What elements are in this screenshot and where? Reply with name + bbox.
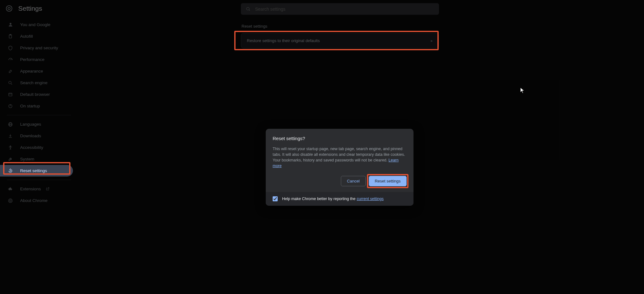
dialog-footer: Help make Chrome better by reporting the… [266,192,414,206]
search-settings-input[interactable] [255,7,434,12]
sidebar-item-about-chrome[interactable]: About Chrome [0,195,73,206]
sidebar-item-extensions[interactable]: Extensions [0,183,73,195]
chrome-icon [7,198,14,203]
sidebar-divider [7,115,71,115]
search-settings-box [241,3,439,15]
sidebar-item-label: Performance [20,57,44,62]
external-link-icon [44,187,51,191]
sidebar-item-label: On startup [20,104,40,108]
power-icon [7,104,14,109]
sidebar-item-label: Reset settings [20,168,47,173]
sidebar-item-label: Languages [20,122,41,127]
browser-icon [7,92,14,97]
svg-point-8 [9,81,11,84]
sidebar-item-label: System [20,157,34,161]
svg-point-2 [247,7,249,10]
svg-point-0 [6,6,12,11]
sidebar-item-label: Autofill [20,34,33,39]
person-icon [7,22,14,27]
section-title: Reset settings [242,24,439,29]
restore-defaults-row[interactable]: Restore settings to their original defau… [241,33,439,48]
svg-point-1 [8,7,10,9]
current-settings-link[interactable]: current settings [357,197,383,201]
sidebar-item-label: You and Google [20,22,50,27]
sidebar-item-label: Accessibility [20,145,43,150]
reset-settings-dialog: Reset settings? This will reset your sta… [266,129,414,206]
svg-point-19 [8,199,12,203]
svg-point-18 [10,146,11,147]
sidebar-item-label: Privacy and security [20,46,58,50]
svg-point-20 [9,200,11,201]
sidebar-item-label: Default browser [20,92,50,97]
restore-defaults-label: Restore settings to their original defau… [247,38,320,43]
chrome-logo-icon [6,5,13,12]
sidebar-item-reset-settings[interactable]: Reset settings [0,165,73,177]
footer-text: Help make Chrome better by reporting the [282,197,355,201]
reset-settings-button[interactable]: Reset settings [369,176,407,186]
dialog-description: This will reset your startup page, new t… [273,146,407,169]
svg-rect-10 [9,93,12,96]
main-content: Reset settings Restore settings to their… [241,24,439,48]
restore-icon [7,168,14,173]
speed-icon [7,57,14,62]
sidebar-item-label: About Chrome [20,198,47,203]
chevron-right-icon: ▸ [431,38,433,43]
sidebar-item-on-startup[interactable]: On startup [0,100,73,112]
accessibility-icon [7,145,14,150]
page-title: Settings [18,5,42,12]
sidebar-item-languages[interactable]: Languages [0,118,73,130]
sidebar-divider [7,180,71,180]
sidebar-item-system[interactable]: System [0,153,73,165]
shield-icon [7,46,14,51]
sidebar: You and Google Autofill Privacy and secu… [0,17,79,206]
svg-line-3 [249,9,250,10]
sidebar-item-you-google[interactable]: You and Google [0,19,73,30]
sidebar-item-search-engine[interactable]: Search engine [0,77,73,89]
search-icon [246,7,251,12]
search-icon [7,80,14,85]
wrench-icon [7,157,14,162]
sidebar-item-appearance[interactable]: Appearance [0,65,73,77]
extension-icon [7,187,14,192]
sidebar-item-label: Extensions [20,187,41,191]
sidebar-item-autofill[interactable]: Autofill [0,30,73,42]
sidebar-item-performance[interactable]: Performance [0,54,73,65]
download-icon [7,133,14,139]
sidebar-item-label: Appearance [20,69,43,74]
sidebar-item-default-browser[interactable]: Default browser [0,89,73,100]
sidebar-item-downloads[interactable]: Downloads [0,130,73,142]
svg-line-9 [11,84,12,84]
mouse-cursor-icon [520,87,525,95]
sidebar-item-label: Search engine [20,80,47,85]
svg-line-7 [10,59,11,60]
svg-point-4 [9,23,11,25]
report-settings-checkbox[interactable] [273,196,278,201]
sidebar-item-privacy[interactable]: Privacy and security [0,42,73,54]
sidebar-item-label: Downloads [20,133,41,138]
header: Settings [0,0,644,17]
sidebar-item-accessibility[interactable]: Accessibility [0,142,73,153]
cancel-button[interactable]: Cancel [341,176,365,186]
globe-icon [7,122,14,127]
brush-icon [7,69,14,74]
clipboard-icon [7,34,14,39]
dialog-title: Reset settings? [273,136,407,141]
